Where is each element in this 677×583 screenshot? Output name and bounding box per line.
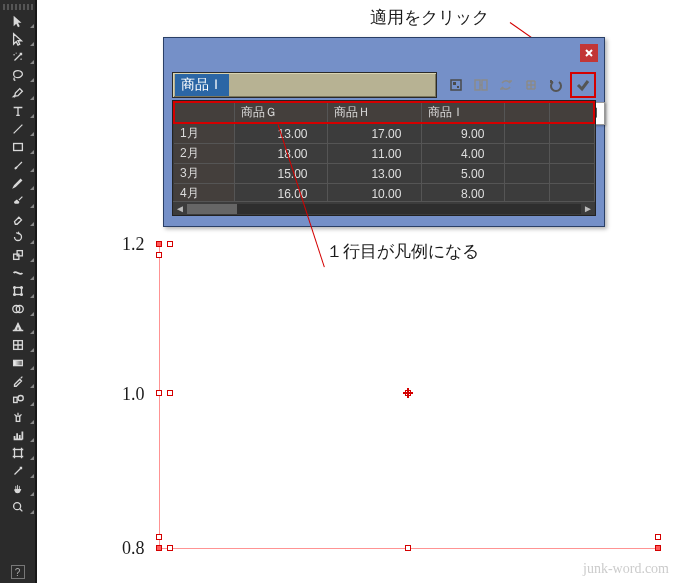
selection-handle[interactable] [405,545,411,551]
transpose-icon[interactable] [470,74,492,96]
line-tool[interactable] [0,120,36,138]
data-grid[interactable]: 商品Ｇ 商品Ｈ 商品Ｉ 1月13.0017.009.00 2月18.0011.0… [172,100,596,216]
zoom-tool[interactable] [0,498,36,516]
horizontal-scrollbar[interactable]: ◄ ► [173,201,595,215]
direct-selection-tool[interactable] [0,30,36,48]
panel-toolbar [437,72,596,98]
swap-xy-icon[interactable] [495,74,517,96]
column-graph-tool[interactable] [0,426,36,444]
panel-grip[interactable] [3,4,33,10]
svg-rect-15 [14,450,21,457]
row-label[interactable]: 1月 [174,123,234,144]
magic-wand-tool[interactable] [0,48,36,66]
col-header-blank[interactable] [174,102,234,123]
perspective-grid-tool[interactable] [0,318,36,336]
selection-handle[interactable] [156,252,162,258]
svg-rect-21 [482,80,487,90]
close-button[interactable] [580,44,598,62]
scroll-thumb[interactable] [187,204,237,214]
y-tick-top: 1.2 [122,234,145,255]
col-header-empty[interactable] [505,102,550,123]
svg-rect-19 [457,86,459,88]
blob-brush-tool[interactable] [0,192,36,210]
scroll-right-arrow[interactable]: ► [581,202,595,216]
symbol-sprayer-tool[interactable] [0,408,36,426]
chart-object[interactable]: 1.2 1.0 0.8 [155,238,665,574]
cell[interactable]: 18.00 [234,144,328,164]
cell[interactable] [549,123,594,144]
eraser-tool[interactable] [0,210,36,228]
svg-point-16 [13,503,20,510]
selection-handle[interactable] [156,545,162,551]
selection-handle[interactable] [167,241,173,247]
mesh-tool[interactable] [0,336,36,354]
selection-handle[interactable] [655,545,661,551]
rectangle-tool[interactable] [0,138,36,156]
paintbrush-tool[interactable] [0,156,36,174]
gradient-tool[interactable] [0,354,36,372]
blend-tool[interactable] [0,390,36,408]
scale-tool[interactable] [0,246,36,264]
selection-handle[interactable] [655,534,661,540]
eyedropper-tool[interactable] [0,372,36,390]
selection-tool[interactable] [0,12,36,30]
tools-panel: ? [0,0,37,583]
cell[interactable]: 10.00 [328,184,422,202]
slice-tool[interactable] [0,462,36,480]
cell[interactable]: 16.00 [234,184,328,202]
svg-rect-14 [16,416,20,421]
cell[interactable]: 11.00 [328,144,422,164]
svg-rect-11 [13,360,22,365]
scroll-left-arrow[interactable]: ◄ [173,202,187,216]
selection-center-icon [403,388,413,398]
revert-icon[interactable] [545,74,567,96]
cell[interactable]: 13.00 [328,164,422,184]
cell[interactable]: 4.00 [422,144,505,164]
lasso-tool[interactable] [0,66,36,84]
cell[interactable]: 8.00 [422,184,505,202]
rotate-tool[interactable] [0,228,36,246]
width-tool[interactable] [0,264,36,282]
cell[interactable] [505,123,550,144]
cell[interactable]: 17.00 [328,123,422,144]
cell[interactable]: 9.00 [422,123,505,144]
type-tool[interactable] [0,102,36,120]
row-label[interactable]: 4月 [174,184,234,202]
svg-rect-1 [13,254,18,259]
col-header-g[interactable]: 商品Ｇ [234,102,328,123]
artboard-tool[interactable] [0,444,36,462]
cell-value-input[interactable]: 商品Ｉ [172,72,437,98]
watermark: junk-word.com [583,561,669,577]
row-label[interactable]: 2月 [174,144,234,164]
svg-rect-18 [453,82,456,85]
annotation-apply-click: 適用をクリック [370,6,489,29]
cell[interactable]: 15.00 [234,164,328,184]
hand-tool[interactable] [0,480,36,498]
pencil-tool[interactable] [0,174,36,192]
cell-style-icon[interactable] [520,74,542,96]
col-header-empty[interactable] [549,102,594,123]
y-tick-bot: 0.8 [122,538,145,559]
import-data-icon[interactable] [445,74,467,96]
selection-handle[interactable] [167,390,173,396]
row-label[interactable]: 3月 [174,164,234,184]
free-transform-tool[interactable] [0,282,36,300]
svg-point-13 [18,396,23,401]
selection-handle[interactable] [156,241,162,247]
help-button[interactable]: ? [11,565,25,579]
pen-tool[interactable] [0,84,36,102]
col-header-h[interactable]: 商品Ｈ [328,102,422,123]
svg-point-4 [13,287,15,289]
col-header-i[interactable]: 商品Ｉ [422,102,505,123]
selection-handle[interactable] [156,390,162,396]
y-tick-mid: 1.0 [122,384,145,405]
svg-point-6 [13,294,15,296]
cell[interactable]: 5.00 [422,164,505,184]
apply-button[interactable] [570,72,596,98]
shape-builder-tool[interactable] [0,300,36,318]
svg-rect-0 [13,144,22,151]
selection-handle[interactable] [156,534,162,540]
selection-handle[interactable] [167,545,173,551]
svg-rect-12 [13,397,17,402]
cell-value-text: 商品Ｉ [175,74,229,96]
